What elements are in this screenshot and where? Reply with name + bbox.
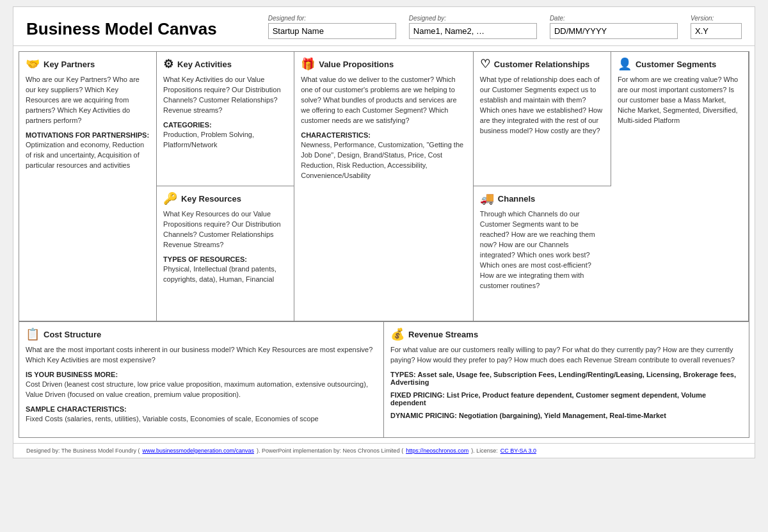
customer-segments-header: 👤 Customer Segments xyxy=(618,57,742,71)
revenue-streams-label2: FIXED PRICING: List Price, Product featu… xyxy=(390,391,742,407)
date-label: Date: xyxy=(550,15,678,22)
key-partners-header: 🤝 Key Partners xyxy=(26,57,150,71)
revenue-streams-dynamic: Negotiation (bargaining), Yield Manageme… xyxy=(459,412,666,419)
designed-for-label: Designed for: xyxy=(268,15,396,22)
customer-relationships-title: Customer Relationships xyxy=(494,60,590,69)
customer-relationships-cell: ♡ Customer Relationships What type of re… xyxy=(474,52,611,186)
customer-relationships-body1: What type of relationship does each of o… xyxy=(480,75,604,136)
cost-structure-icon: 📋 xyxy=(26,327,40,341)
key-resources-label1: TYPES OF RESOURCES: xyxy=(163,255,287,263)
footer-link1[interactable]: www.businessmodelgeneration.com/canvas xyxy=(142,447,254,454)
customer-segments-body1: For whom are we creating value? Who are … xyxy=(618,75,742,126)
footer-link3[interactable]: CC BY-SA 3.0 xyxy=(500,447,536,454)
value-propositions-title: Value Propositions xyxy=(319,60,394,69)
key-partners-label1: MOTIVATIONS FOR PARTNERSHIPS: xyxy=(26,131,150,139)
cost-structure-body3: Fixed Costs (salaries, rents, utilities)… xyxy=(26,414,377,424)
header: Business Model Canvas Designed for: Desi… xyxy=(13,7,755,46)
value-propositions-header: 🎁 Value Propositions xyxy=(301,57,467,71)
customer-relationships-icon: ♡ xyxy=(480,57,490,71)
channels-header: 🚚 Channels xyxy=(480,191,605,206)
key-partners-cell: 🤝 Key Partners Who are our Key Partners?… xyxy=(19,52,157,321)
customer-segments-icon: 👤 xyxy=(618,57,632,71)
key-activities-body1: What Key Activities do our Value Proposi… xyxy=(163,75,287,116)
key-activities-icon: ⚙ xyxy=(163,57,173,71)
key-partners-body1: Who are our Key Partners? Who are our ke… xyxy=(26,75,150,126)
channels-title: Channels xyxy=(498,194,536,204)
revenue-streams-icon: 💰 xyxy=(390,327,404,341)
key-partners-body2: Optimization and economy, Reduction of r… xyxy=(26,140,150,171)
key-resources-icon: 🔑 xyxy=(163,191,177,206)
revenue-streams-label1: TYPES: Asset sale, Usage fee, Subscripti… xyxy=(390,371,742,386)
designed-by-input[interactable] xyxy=(409,23,537,39)
key-resources-body1: What Key Resources do our Value Proposit… xyxy=(163,209,287,250)
key-activities-label1: CATEGORIES: xyxy=(163,121,287,129)
key-partners-icon: 🤝 xyxy=(26,57,40,71)
revenue-streams-title: Revenue Streams xyxy=(408,330,478,339)
revenue-streams-header: 💰 Revenue Streams xyxy=(390,327,742,341)
channels-icon: 🚚 xyxy=(480,191,494,206)
value-propositions-cell: 🎁 Value Propositions What value do we de… xyxy=(294,52,474,321)
customer-relationships-header: ♡ Customer Relationships xyxy=(480,57,604,71)
canvas-top-grid: 🤝 Key Partners Who are our Key Partners?… xyxy=(19,52,749,322)
key-activities-body2: Production, Problem Solving, Platform/Ne… xyxy=(163,130,287,150)
cost-structure-cell: 📋 Cost Structure What are the most impor… xyxy=(19,322,384,437)
revenue-streams-cell: 💰 Revenue Streams For what value are our… xyxy=(384,322,749,437)
channels-body1: Through which Channels do our Customer S… xyxy=(480,209,605,291)
cost-structure-title: Cost Structure xyxy=(44,330,101,339)
footer-text3: ). License: xyxy=(471,447,498,454)
header-fields: Designed for: Designed by: Date: Version… xyxy=(268,15,742,39)
customer-segments-title: Customer Segments xyxy=(636,60,716,69)
designed-by-label: Designed by: xyxy=(409,15,537,22)
value-propositions-label1: CHARACTERISTICS: xyxy=(301,131,467,139)
footer: Designed by: The Business Model Foundry … xyxy=(13,443,755,458)
value-propositions-body2: Newness, Performance, Customization, "Ge… xyxy=(301,140,467,181)
footer-text1: Designed by: The Business Model Foundry … xyxy=(26,447,140,454)
canvas-bottom-grid: 📋 Cost Structure What are the most impor… xyxy=(19,322,749,437)
designed-for-input[interactable] xyxy=(268,23,396,39)
revenue-streams-types: Asset sale, Usage fee, Subscription Fees… xyxy=(390,371,736,386)
designed-by-field: Designed by: xyxy=(409,15,537,39)
value-propositions-body1: What value do we deliver to the customer… xyxy=(301,75,467,126)
footer-link2[interactable]: https://neoschronos.com xyxy=(406,447,468,454)
cost-structure-body1: What are the most important costs inhere… xyxy=(26,345,377,366)
date-field: Date: xyxy=(550,15,678,39)
version-input[interactable] xyxy=(691,23,742,39)
business-model-canvas-page: Business Model Canvas Designed for: Desi… xyxy=(13,6,755,458)
version-label: Version: xyxy=(691,15,742,22)
footer-text2: ). PowerPoint implementation by: Neos Ch… xyxy=(257,447,403,454)
cost-structure-header: 📋 Cost Structure xyxy=(26,327,377,341)
key-resources-title: Key Resources xyxy=(181,194,241,204)
revenue-streams-fixed: List Price, Product feature dependent, C… xyxy=(390,391,706,407)
designed-for-field: Designed for: xyxy=(268,15,396,39)
key-activities-cell: ⚙ Key Activities What Key Activities do … xyxy=(157,52,294,186)
key-partners-title: Key Partners xyxy=(44,60,95,69)
channels-cell: 🚚 Channels Through which Channels do our… xyxy=(474,186,611,321)
cost-structure-label2: SAMPLE CHARACTERISTICS: xyxy=(26,405,377,413)
page-title: Business Model Canvas xyxy=(26,19,217,39)
cost-structure-body2: Cost Driven (leanest cost structure, low… xyxy=(26,380,377,400)
key-activities-title: Key Activities xyxy=(177,60,232,69)
key-resources-cell: 🔑 Key Resources What Key Resources do ou… xyxy=(157,186,294,321)
key-resources-header: 🔑 Key Resources xyxy=(163,191,287,206)
customer-segments-cell: 👤 Customer Segments For whom are we crea… xyxy=(611,52,749,321)
key-activities-header: ⚙ Key Activities xyxy=(163,57,287,71)
revenue-streams-label3: DYNAMIC PRICING: Negotiation (bargaining… xyxy=(390,412,742,419)
version-field: Version: xyxy=(691,15,742,39)
revenue-streams-body1: For what value are our customers really … xyxy=(390,345,742,366)
date-input[interactable] xyxy=(550,23,678,39)
value-propositions-icon: 🎁 xyxy=(301,57,315,71)
cost-structure-label1: IS YOUR BUSINESS MORE: xyxy=(26,371,377,378)
key-resources-body2: Physical, Intellectual (brand patents, c… xyxy=(163,264,287,285)
